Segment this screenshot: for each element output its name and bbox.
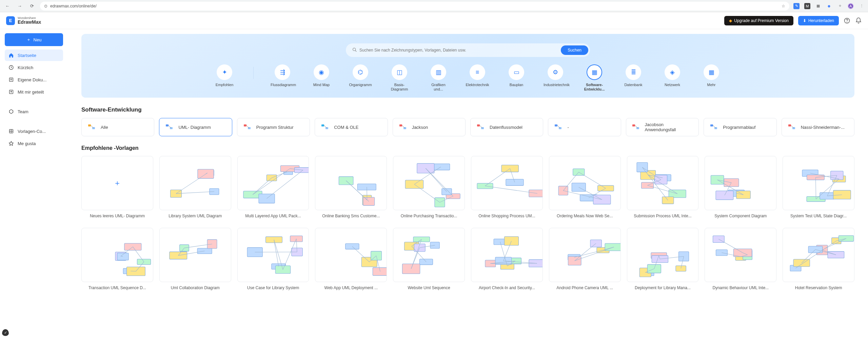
template-t18[interactable]: Dynamic Behaviour UML Inte... — [705, 228, 776, 294]
sidebar: ＋ Neu StartseiteKürzlichEigene Doku...Mi… — [0, 29, 68, 304]
tab-nassi[interactable]: Nassi-Shneiderman-... — [782, 118, 854, 136]
svg-rect-26 — [399, 124, 402, 126]
tab-uml[interactable]: UML- Diagramm — [159, 118, 232, 136]
ext-icon-2[interactable]: M — [804, 3, 810, 9]
tab-com[interactable]: COM & OLE — [315, 118, 388, 136]
template-t19[interactable]: Hotel Reservation System — [783, 228, 854, 294]
template-t9[interactable]: System Test UML State Diagr... — [783, 156, 854, 222]
category-elektro[interactable]: ≡Elektrotechnik — [467, 64, 488, 92]
category-flussdiagramm[interactable]: ⇶Flussdiagramm — [272, 64, 293, 92]
template-new-blank[interactable]: ＋Neues leeres UML- Diagramm — [81, 156, 153, 222]
tab-datenfluss[interactable]: Datenflussmodel — [470, 118, 543, 136]
category-netzwerk[interactable]: ◈Netzwerk — [662, 64, 683, 92]
svg-rect-196 — [568, 257, 581, 265]
app-bar: E Wondershare EdrawMax ◆ Upgrade auf Pre… — [0, 12, 868, 29]
star-icon[interactable]: ☆ — [782, 4, 785, 8]
logo[interactable]: E Wondershare EdrawMax — [6, 16, 41, 25]
template-t5[interactable]: Online Shopping Process UM... — [471, 156, 543, 222]
forward-icon[interactable]: → — [16, 2, 24, 10]
team-icon — [8, 108, 14, 115]
tab-jacobson[interactable]: Jacobson Anwendungsfall — [626, 118, 699, 136]
help-icon[interactable] — [844, 17, 850, 24]
sidebar-item-label: Startseite — [18, 53, 36, 58]
search-input[interactable] — [359, 48, 561, 53]
mindmap-icon: ◉ — [314, 64, 329, 80]
templates-title: Empfohlene -Vorlagen — [81, 145, 854, 151]
sidebar-item-label: Kürzlich — [18, 65, 33, 70]
template-t1[interactable]: Library System UML Diagram — [159, 156, 231, 222]
category-label: Software-Entwicklu... — [584, 83, 605, 92]
tab-jackson[interactable]: Jackson — [393, 118, 466, 136]
template-t11[interactable]: Uml Collaboration Diagram — [159, 228, 231, 294]
sidebar-item-label: Eigene Doku... — [18, 77, 46, 82]
template-t4[interactable]: Online Purchasing Transactio... — [393, 156, 465, 222]
sidebar-item-label: Vorlagen-Co... — [18, 129, 46, 134]
menu-icon[interactable]: ⋮ — [859, 3, 865, 9]
svg-rect-104 — [662, 197, 673, 204]
template-t14[interactable]: Website Uml Sequence — [393, 228, 465, 294]
upgrade-button[interactable]: ◆ Upgrade auf Premium Version — [724, 16, 793, 25]
category-industrie[interactable]: ⚙Industrietechnik — [545, 64, 566, 92]
tab-icon — [709, 123, 719, 131]
category-software[interactable]: ▦Software-Entwicklu... — [584, 64, 605, 92]
ext-icon-4[interactable]: ● — [826, 3, 832, 9]
download-icon: ⬇ — [803, 18, 806, 23]
template-t3[interactable]: Online Banking Sms Custome... — [315, 156, 387, 222]
template-t8[interactable]: System Component Diagram — [705, 156, 776, 222]
reload-icon[interactable]: ⟳ — [28, 2, 36, 10]
site-info-icon[interactable]: ⊙ — [44, 4, 47, 8]
ext-icon-3[interactable]: ▦ — [815, 3, 821, 9]
extensions-icon[interactable]: ✧ — [837, 3, 843, 9]
template-t13[interactable]: Web App UML Deployment ... — [315, 228, 387, 294]
category-empfohlen[interactable]: ✦Empfohlen — [214, 64, 235, 92]
template-t15[interactable]: Airport Check-In and Security... — [471, 228, 543, 294]
svg-rect-138 — [117, 253, 129, 260]
category-mindmap[interactable]: ◉Mind Map — [311, 64, 332, 92]
template-t7[interactable]: Submission Process UML Inte... — [627, 156, 699, 222]
sidebar-item-startseite[interactable]: Startseite — [5, 49, 63, 61]
template-thumb — [627, 228, 699, 282]
svg-rect-83 — [529, 190, 542, 197]
hero: Suchen ✦Empfohlen⇶Flussdiagramm◉Mind Map… — [81, 34, 854, 98]
bell-icon[interactable] — [855, 17, 862, 24]
template-t2[interactable]: Multi Layered App UML Pack... — [237, 156, 309, 222]
sidebar-item-eigene[interactable]: Eigene Doku... — [5, 74, 63, 85]
url-bar[interactable]: ⊙ edrawmax.com/online/de/ ☆ — [40, 2, 789, 11]
avatar[interactable]: A — [848, 3, 854, 9]
category-datenbank[interactable]: ≣Datenbank — [623, 64, 644, 92]
home-icon — [8, 52, 14, 58]
back-icon[interactable]: ← — [3, 2, 12, 10]
tab-programm[interactable]: Programm Struktur — [237, 118, 310, 136]
download-button[interactable]: ⬇ Herunterladen — [798, 16, 839, 25]
category-bauplan[interactable]: ▭Bauplan — [506, 64, 527, 92]
sidebar-item-vorlagen[interactable]: Vorlagen-Co... — [5, 125, 63, 137]
svg-rect-20 — [244, 124, 246, 126]
template-t6[interactable]: Ordering Meals Now Web Se... — [549, 156, 621, 222]
category-basis[interactable]: ◫Basis-Diagramm — [389, 64, 410, 92]
search-button[interactable]: Suchen — [561, 45, 588, 55]
tab-label: Programm Struktur — [256, 125, 294, 130]
sidebar-item-kuerzlich[interactable]: Kürzlich — [5, 62, 63, 73]
template-thumb — [237, 228, 309, 282]
tab-alle[interactable]: Alle — [81, 118, 154, 136]
svg-point-12 — [353, 48, 356, 51]
tab-programmablauf[interactable]: Programmablauf — [704, 118, 776, 136]
svg-rect-74 — [442, 188, 452, 195]
category-mehr[interactable]: ▦Mehr — [701, 64, 722, 92]
new-template-thumb: ＋ — [81, 156, 153, 210]
sidebar-item-geteilt[interactable]: Mit mir geteilt — [5, 86, 63, 98]
category-organigramm[interactable]: ⌬Organigramm — [350, 64, 371, 92]
template-thumb — [471, 156, 543, 210]
template-t16[interactable]: Android Phone Camera UML ... — [549, 228, 621, 294]
ext-icon-1[interactable]: ✎ — [793, 3, 800, 9]
category-grafiken[interactable]: ▥Grafiken und... — [428, 64, 449, 92]
template-t12[interactable]: Use Case for Library System — [237, 228, 309, 294]
tab-dash[interactable]: - — [548, 118, 621, 136]
template-t17[interactable]: Deployment for Library Mana... — [627, 228, 699, 294]
tab-icon — [165, 123, 174, 131]
category-label: Mind Map — [313, 83, 330, 87]
template-t10[interactable]: Transaction UML Sequence D... — [81, 228, 153, 294]
new-button[interactable]: ＋ Neu — [5, 33, 63, 46]
sidebar-item-team[interactable]: Team — [5, 106, 63, 117]
sidebar-item-megusta[interactable]: Me gusta — [5, 138, 63, 149]
